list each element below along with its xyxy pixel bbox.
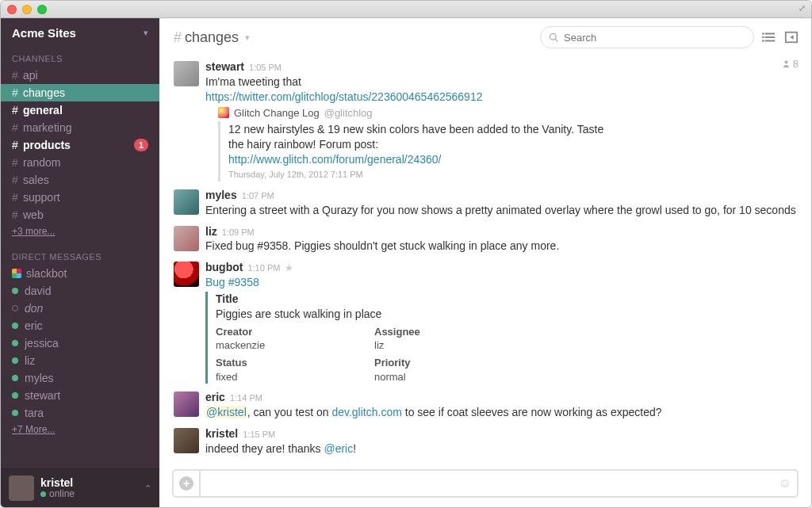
sender-name[interactable]: myles <box>205 188 237 203</box>
channel-label: marketing <box>23 121 71 134</box>
message: stewart1:05 PM Im'ma tweeting that https… <box>174 56 799 185</box>
message: liz1:09 PM Fixed bug #9358. Piggies shou… <box>174 221 799 258</box>
message-text: Fixed bug #9358. Piggies shouldn't get s… <box>205 239 799 254</box>
message: eric1:14 PM @kristel, can you test on de… <box>174 387 799 423</box>
message-text: indeed they are! thanks @eric! <box>205 441 799 456</box>
sender-name[interactable]: eric <box>205 390 225 405</box>
dm-label: david <box>25 285 51 297</box>
bug-field-value: normal <box>374 370 517 384</box>
dm-slackbot[interactable]: slackbot <box>1 265 159 282</box>
dm-don[interactable]: don <box>1 300 159 317</box>
bug-icon[interactable] <box>174 262 199 287</box>
bug-field-label: Status <box>216 356 358 370</box>
star-icon[interactable]: ★ <box>285 262 293 274</box>
current-user-status: online <box>49 489 75 499</box>
message: myles1:07 PM Entering a street with a Qu… <box>174 185 799 221</box>
resize-handle-icon[interactable]: ⤢ <box>799 4 808 13</box>
message-time: 1:14 PM <box>230 392 262 404</box>
sidebar-channel-web[interactable]: #web <box>1 206 159 223</box>
message: kristel1:15 PM indeed they are! thanks @… <box>174 423 799 460</box>
mention[interactable]: @kristel <box>205 406 247 418</box>
sender-name[interactable]: bugbot <box>205 260 243 275</box>
svg-point-5 <box>762 40 764 42</box>
sender-name[interactable]: kristel <box>205 426 238 441</box>
dm-stewart[interactable]: stewart <box>1 387 159 404</box>
dm-david[interactable]: david <box>1 282 159 300</box>
dm-label: jessica <box>25 337 59 349</box>
sidebar-channel-support[interactable]: #support <box>1 189 159 206</box>
message-link[interactable]: dev.glitch.com <box>331 406 401 418</box>
team-menu[interactable]: Acme Sites ▾ <box>1 18 159 49</box>
search-box[interactable] <box>540 26 754 48</box>
window-zoom-button[interactable] <box>37 5 47 14</box>
service-name: Glitch Change Log <box>234 106 320 120</box>
service-handle: @glitchlog <box>324 106 373 120</box>
message-text: Im'ma tweeting that <box>205 74 799 90</box>
sender-name[interactable]: liz <box>205 224 217 239</box>
dm-myles[interactable]: myles <box>1 369 159 387</box>
bug-title-value: Piggies are stuck walking in place <box>216 307 799 322</box>
svg-marker-7 <box>790 35 794 39</box>
content-pane: #changes ▾ 8 <box>159 18 811 507</box>
channel-title[interactable]: #changes ▾ <box>174 29 250 46</box>
dms-more-link[interactable]: +7 More... <box>1 422 159 437</box>
channels-more-link[interactable]: +3 more... <box>1 223 159 239</box>
bug-field-value: fixed <box>216 370 358 384</box>
bug-field-label: Priority <box>374 356 517 370</box>
attachment: Glitch Change Log @glitchlog 12 new hair… <box>218 106 799 181</box>
message-time: 1:15 PM <box>243 429 275 441</box>
message-link[interactable]: https://twitter.com/glitchlog/status/223… <box>205 90 482 103</box>
dm-jessica[interactable]: jessica <box>1 334 159 352</box>
sidebar-channel-products[interactable]: #products1 <box>1 136 159 154</box>
message: bugbot1:10 PM★ Bug #9358 Title Piggies a… <box>174 257 799 387</box>
sender-name[interactable]: stewart <box>205 59 244 74</box>
presence-icon <box>12 288 18 294</box>
members-count[interactable]: 8 <box>782 58 799 70</box>
dm-tara[interactable]: tara <box>1 404 159 422</box>
user-footer[interactable]: kristel online ⌃ <box>1 468 159 507</box>
bug-link[interactable]: Bug #9358 <box>205 276 259 288</box>
avatar[interactable] <box>174 61 199 86</box>
sidebar-channel-marketing[interactable]: #marketing <box>1 119 159 136</box>
sidebar-channel-api[interactable]: #api <box>1 67 159 84</box>
team-name: Acme Sites <box>12 26 76 40</box>
emoji-button[interactable]: ☺ <box>773 476 797 491</box>
avatar[interactable] <box>174 226 199 251</box>
sidebar-channel-changes[interactable]: #changes <box>1 84 159 101</box>
attachment-link[interactable]: http://www.glitch.com/forum/general/2436… <box>228 153 441 166</box>
current-user-name: kristel <box>40 477 75 489</box>
list-view-icon[interactable] <box>762 30 776 44</box>
sidebar-channel-sales[interactable]: #sales <box>1 171 159 189</box>
message-input[interactable] <box>201 477 773 490</box>
flex-pane-toggle-icon[interactable] <box>784 30 799 44</box>
channel-label: random <box>23 156 60 169</box>
dm-label: stewart <box>25 389 60 402</box>
attach-button[interactable]: + <box>174 471 201 496</box>
plus-icon: + <box>179 476 193 491</box>
search-icon <box>549 32 559 43</box>
presence-icon <box>12 357 18 364</box>
chevron-up-icon[interactable]: ⌃ <box>144 483 151 494</box>
window-minimize-button[interactable] <box>22 5 32 14</box>
dm-eric[interactable]: eric <box>1 317 159 334</box>
presence-icon <box>12 410 18 416</box>
person-icon <box>782 59 791 68</box>
dm-liz[interactable]: liz <box>1 352 159 369</box>
dm-label: eric <box>25 319 43 332</box>
channel-label: sales <box>23 174 49 186</box>
avatar[interactable] <box>174 189 199 215</box>
avatar[interactable] <box>174 392 199 417</box>
presence-icon <box>12 323 18 329</box>
bug-field-value: liz <box>374 338 517 353</box>
search-input[interactable] <box>564 32 745 44</box>
titlebar: ⤢ <box>1 1 811 18</box>
presence-icon <box>40 491 46 497</box>
window-close-button[interactable] <box>7 5 17 14</box>
message-time: 1:10 PM <box>247 262 280 274</box>
app-window: ⤢ Acme Sites ▾ CHANNELS #api #changes #g… <box>0 0 812 508</box>
sidebar-channel-general[interactable]: #general <box>1 101 159 119</box>
svg-point-3 <box>762 32 764 35</box>
mention[interactable]: @eric <box>324 442 353 455</box>
sidebar-channel-random[interactable]: #random <box>1 154 159 171</box>
avatar[interactable] <box>174 428 199 453</box>
